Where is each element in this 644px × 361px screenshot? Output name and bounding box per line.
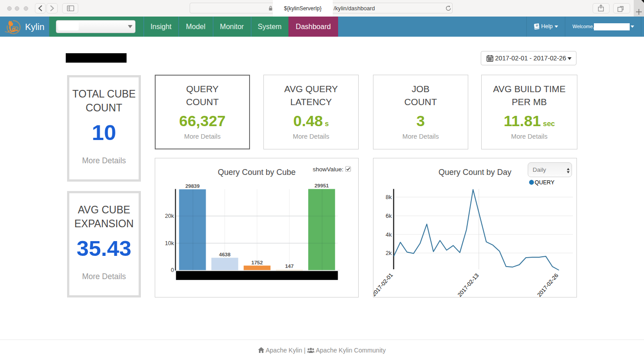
svg-text:6k: 6k <box>386 212 392 219</box>
svg-text:2017-02-13: 2017-02-13 <box>457 272 480 297</box>
svg-text:QUERY: QUERY <box>535 179 555 186</box>
svg-text:showValue:: showValue: <box>313 166 343 173</box>
svg-text:Query Count by Day: Query Count by Day <box>438 168 511 177</box>
svg-text:1752: 1752 <box>251 260 263 265</box>
svg-text:4638: 4638 <box>219 252 231 257</box>
svg-text:2017-02-01: 2017-02-01 <box>373 272 394 297</box>
svg-text:Query Count by Cube: Query Count by Cube <box>218 168 296 177</box>
svg-text:29839: 29839 <box>185 183 199 189</box>
svg-text:2k: 2k <box>386 250 392 256</box>
svg-text:4k: 4k <box>386 231 392 238</box>
svg-text:0: 0 <box>171 267 174 273</box>
svg-text:2017-02-26: 2017-02-26 <box>536 272 560 297</box>
svg-text:8k: 8k <box>386 194 392 200</box>
svg-text:20k: 20k <box>165 213 174 219</box>
svg-text:29951: 29951 <box>314 183 329 188</box>
svg-text:10k: 10k <box>165 240 174 246</box>
svg-text:147: 147 <box>285 263 293 269</box>
